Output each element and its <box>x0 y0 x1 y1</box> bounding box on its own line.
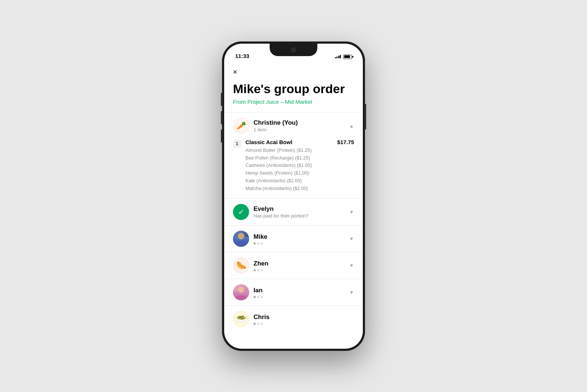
member-info-christine: Christine (You) 1 item <box>254 119 349 132</box>
chevron-evelyn: ▼ <box>349 209 354 215</box>
app-content: × Mike's group order From Project Juice … <box>224 62 363 349</box>
member-items-christine: 1 item <box>254 127 349 132</box>
status-bar: 11:33 <box>224 44 363 62</box>
status-time: 11:33 <box>235 53 249 59</box>
item-name: Classic Acai Bowl <box>245 139 292 145</box>
avatar-mike <box>233 231 249 247</box>
member-header-mike[interactable]: Mike ▼ <box>224 226 363 252</box>
avatar-ian <box>233 284 249 300</box>
chevron-zhen: ▼ <box>349 263 354 268</box>
member-header-chris[interactable]: 🥗 Chris <box>224 306 363 332</box>
page-title: Mike's group order <box>224 79 363 97</box>
member-name-christine: Christine (You) <box>254 119 349 127</box>
camera <box>291 47 296 52</box>
chevron-mike: ▼ <box>349 236 354 242</box>
status-icons <box>335 55 352 59</box>
member-name-evelyn: Evelyn <box>254 205 349 213</box>
item-name-row: Classic Acai Bowl $17.75 <box>245 139 354 145</box>
from-label: From <box>233 99 246 105</box>
member-name-chris: Chris <box>254 313 354 321</box>
member-section-christine: 🥕 Christine (You) 1 item ▲ 1 Classic Aca… <box>224 112 363 198</box>
item-details: Classic Acai Bowl $17.75 Almond Butter (… <box>245 139 354 193</box>
phone-screen: 11:33 × Mike's group order F <box>224 44 363 349</box>
member-info-zhen: Zhen <box>254 260 349 271</box>
chevron-ian: ▼ <box>349 289 354 295</box>
battery-fill <box>344 55 350 58</box>
member-name-zhen: Zhen <box>254 260 349 268</box>
member-info-mike: Mike <box>254 233 349 245</box>
member-info-chris: Chris <box>254 313 354 325</box>
order-item-acai: 1 Classic Acai Bowl $17.75 Almond Butter… <box>233 139 354 193</box>
member-info-evelyn: Evelyn Has paid for their portion? <box>254 205 349 219</box>
dots-mike <box>254 242 349 245</box>
close-button[interactable]: × <box>224 62 246 79</box>
dots-chris <box>254 323 354 325</box>
item-addons: Almond Butter (Protein) ($1.25) Bee Poll… <box>245 147 354 193</box>
dots-zhen <box>254 269 349 271</box>
member-name-ian: Ian <box>254 286 349 294</box>
member-header-zhen[interactable]: 🌭 Zhen ▼ <box>224 252 363 279</box>
phone-frame: 11:33 × Mike's group order F <box>222 41 365 351</box>
member-name-mike: Mike <box>254 233 349 241</box>
signal-icon <box>335 55 341 58</box>
chevron-christine: ▲ <box>349 123 354 129</box>
member-section-mike: Mike ▼ <box>224 225 363 252</box>
member-section-zhen: 🌭 Zhen ▼ <box>224 252 363 279</box>
avatar-chris: 🥗 <box>233 311 249 327</box>
member-info-ian: Ian <box>254 286 349 298</box>
member-section-chris: 🥗 Chris <box>224 305 363 332</box>
avatar-christine: 🥕 <box>233 118 249 134</box>
member-header-christine[interactable]: 🥕 Christine (You) 1 item ▲ <box>224 113 363 139</box>
member-header-evelyn[interactable]: ✓ Evelyn Has paid for their portion? ▼ <box>224 199 363 225</box>
restaurant-name: Project Juice – Mid Market <box>247 99 312 105</box>
battery-icon <box>343 55 352 59</box>
from-line: From Project Juice – Mid Market <box>224 97 363 112</box>
item-qty: 1 <box>233 140 241 148</box>
order-detail-christine: 1 Classic Acai Bowl $17.75 Almond Butter… <box>224 139 363 198</box>
notch <box>270 44 317 56</box>
avatar-zhen: 🌭 <box>233 257 249 274</box>
avatar-evelyn: ✓ <box>233 204 249 220</box>
member-section-evelyn: ✓ Evelyn Has paid for their portion? ▼ <box>224 198 363 225</box>
member-status-evelyn: Has paid for their portion? <box>254 213 349 219</box>
member-header-ian[interactable]: Ian ▼ <box>224 279 363 305</box>
item-price: $17.75 <box>337 139 354 145</box>
dots-ian <box>254 296 349 298</box>
member-section-ian: Ian ▼ <box>224 279 363 305</box>
